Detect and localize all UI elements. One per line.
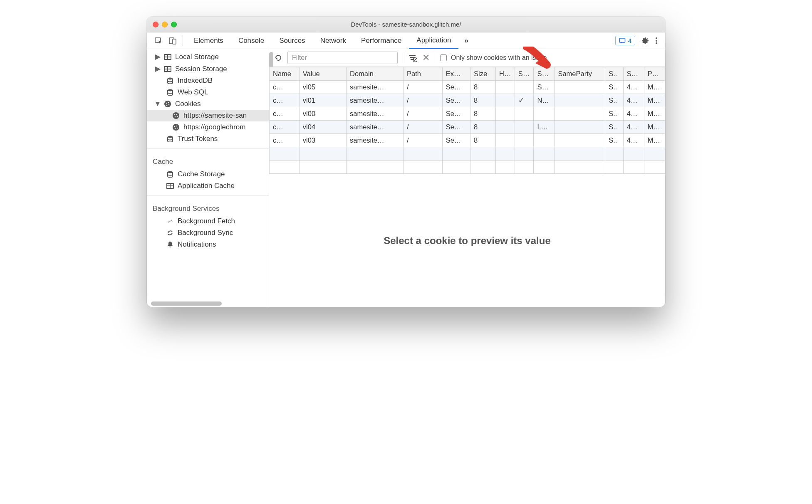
tab-network[interactable]: Network [313,33,354,48]
cell-h [496,81,515,94]
svg-point-31 [176,126,178,127]
svg-rect-3 [619,38,625,42]
clear-all-button[interactable]: ✕ [422,52,430,63]
svg-point-32 [177,128,178,129]
col-s2[interactable]: S.. [605,67,624,81]
table-row[interactable]: c…vl00samesite…/Se…8S..4…M… [270,107,665,121]
svg-rect-8 [165,55,167,57]
cell-value: vl03 [299,134,346,147]
svg-rect-42 [410,57,415,58]
more-tabs-button[interactable]: » [458,33,474,48]
table-row-empty [270,147,665,161]
only-issues-checkbox[interactable]: Only show cookies with an issue [440,54,547,62]
col-domain[interactable]: Domain [346,67,403,81]
cell-path: / [404,94,443,107]
separator [183,35,183,46]
cookie-preview-empty: Select a cookie to preview its value [269,174,665,307]
svg-line-45 [414,59,416,61]
col-secure[interactable]: S… [515,67,534,81]
sidebar-item-cache-storage[interactable]: Cache Storage [147,168,269,180]
tab-elements[interactable]: Elements [186,33,231,48]
svg-point-18 [168,89,173,91]
cell-domain: samesite… [346,121,403,134]
cell-sp [555,121,605,134]
sidebar-item-application-cache[interactable]: Application Cache [147,180,269,192]
storage-grid-icon [163,66,172,72]
cell-sa: S.. [605,81,624,94]
refresh-button[interactable] [274,54,282,62]
col-path[interactable]: Path [404,67,443,81]
col-samesite[interactable]: S… [534,67,555,81]
settings-icon[interactable] [641,37,649,45]
col-name[interactable]: Name [270,67,300,81]
sidebar-item-notifications[interactable]: Notifications [147,239,269,250]
issues-chip[interactable]: 4 [615,36,635,45]
tab-application[interactable]: Application [409,33,458,49]
sidebar-item-local-storage[interactable]: ▶ Local Storage [147,51,269,63]
cell-exp: Se… [442,94,470,107]
expand-caret-icon: ▶ [155,64,160,73]
cell-size: 8 [470,94,496,107]
devtools-window: DevTools - samesite-sandbox.glitch.me/ E… [147,17,665,307]
sidebar-item-label: Trust Tokens [178,135,218,143]
svg-rect-41 [409,55,416,56]
svg-rect-9 [168,55,171,57]
svg-point-33 [175,128,176,129]
col-httponly[interactable]: H… [496,67,515,81]
sidebar-item-background-fetch[interactable]: Background Fetch [147,215,269,227]
sidebar-item-cookies[interactable]: ▼ Cookies [147,98,269,110]
svg-rect-37 [167,184,170,185]
cell-ss: S… [534,81,555,94]
cell-sec: ✓ [515,94,534,107]
cell-domain: samesite… [346,81,403,94]
cell-sa: S.. [605,121,624,134]
inspect-element-icon[interactable] [154,37,163,45]
table-row[interactable]: c…vl05samesite…/Se…8S…S..4…M… [270,81,665,94]
cell-sp [555,81,605,94]
svg-point-34 [168,136,173,138]
sync-icon [166,230,174,236]
svg-rect-11 [168,57,171,59]
cell-path: / [404,121,443,134]
horizontal-scrollbar[interactable] [147,301,269,307]
database-icon [166,171,174,178]
cell-exp: Se… [442,121,470,134]
tab-performance[interactable]: Performance [354,33,409,48]
cell-ss: L… [534,121,555,134]
tab-console[interactable]: Console [231,33,272,48]
more-options-icon[interactable] [655,37,658,45]
cell-value: vl00 [299,107,346,121]
table-row[interactable]: c…vl03samesite…/Se…8S..4…M… [270,134,665,147]
svg-point-19 [164,101,171,107]
expand-caret-icon: ▶ [155,52,160,61]
sidebar-item-session-storage[interactable]: ▶ Session Storage [147,63,269,75]
svg-rect-15 [165,69,167,71]
issues-icon [619,37,626,44]
svg-point-24 [173,112,179,119]
svg-point-17 [168,78,173,80]
table-row[interactable]: c…vl01samesite…/Se…8✓N…S..4…M… [270,94,665,107]
cell-size: 8 [470,81,496,94]
col-sameparty[interactable]: SameParty [555,67,605,81]
device-toolbar-icon[interactable] [168,37,177,45]
sidebar-item-label: Application Cache [178,182,235,190]
col-priority[interactable]: P… [644,67,665,81]
svg-rect-40 [171,186,173,188]
col-size[interactable]: Size [470,67,496,81]
sidebar-item-background-sync[interactable]: Background Sync [147,227,269,239]
col-s3[interactable]: S… [623,67,644,81]
tab-sources[interactable]: Sources [272,33,312,48]
filter-input[interactable]: Filter [287,52,398,64]
sidebar-item-websql[interactable]: Web SQL [147,86,269,98]
clear-filtered-button[interactable] [408,54,417,62]
cell-sa: S.. [605,134,624,147]
sidebar-item-trust-tokens[interactable]: Trust Tokens [147,133,269,145]
sidebar-cookie-origin-1[interactable]: https://googlechrom [147,121,269,133]
sidebar-cookie-origin-0[interactable]: https://samesite-san [147,110,269,121]
sidebar-item-indexeddb[interactable]: IndexedDB [147,75,269,86]
transfer-icon [166,218,174,225]
col-expires[interactable]: Ex… [442,67,470,81]
col-value[interactable]: Value [299,67,346,81]
table-row[interactable]: c…vl04samesite…/Se…8L…S..4…M… [270,121,665,134]
panel-tabs: Elements Console Sources Network Perform… [147,32,665,49]
